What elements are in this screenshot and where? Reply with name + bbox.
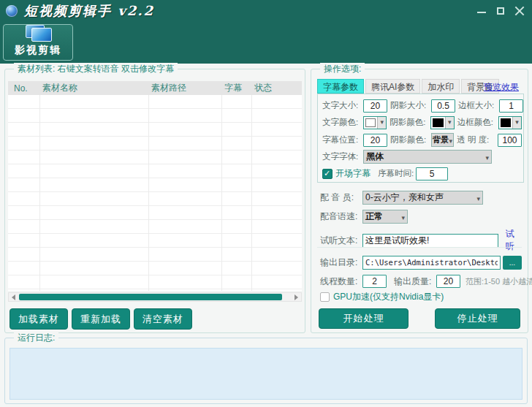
- font-dropdown[interactable]: 黑体: [363, 150, 492, 164]
- font-row: 文字字体: 黑体: [322, 150, 522, 164]
- chevron-down-icon: [377, 117, 386, 129]
- separator: [317, 247, 522, 248]
- voice-speed-label: 配音语速:: [320, 210, 362, 223]
- voice-speed-dropdown[interactable]: 正常: [362, 210, 408, 224]
- font-value: 黑体: [366, 151, 384, 163]
- titlebar: 短视频剪辑手 v2.2: [0, 0, 532, 22]
- material-table-body[interactable]: [8, 95, 302, 291]
- gpu-label: GPU加速(仅支持Nvidia显卡): [333, 291, 444, 303]
- threads-quality-row: 线程数量: 输出质量: 范围:1-50 越小越清晰: [320, 275, 522, 288]
- toolbar-tab-video-edit[interactable]: 影视剪辑: [3, 24, 73, 61]
- column-no[interactable]: No.: [8, 83, 39, 94]
- shadow-size-input[interactable]: [431, 99, 455, 113]
- border-size-input[interactable]: [499, 99, 523, 113]
- options-tabs: 字幕参数 腾讯AI参数 加水印 背景音: [317, 79, 501, 94]
- chevron-down-icon: [512, 117, 521, 129]
- material-panel: 素材列表: 右键文案转语音 双击修改字幕 No. 素材名称 素材路径 字幕 状态…: [4, 69, 305, 333]
- size-row: 文字大小: 阴影大小: 边框大小:: [322, 99, 522, 113]
- scroll-right-icon[interactable]: [294, 294, 298, 300]
- log-panel-legend: 运行日志:: [14, 332, 58, 344]
- scrollbar-thumb[interactable]: [19, 294, 282, 300]
- voice-actor-row: 配 音 员: 0-云小宁，亲和女声: [320, 191, 522, 205]
- text-size-label: 文字大小:: [322, 100, 363, 111]
- voice-actor-dropdown[interactable]: 0-云小宁，亲和女声: [362, 191, 483, 205]
- maximize-icon[interactable]: [495, 6, 506, 16]
- threads-label: 线程数量:: [320, 275, 362, 288]
- chevron-down-icon: [401, 212, 405, 222]
- voice-speed-row: 配音语速: 正常: [320, 210, 522, 224]
- app-title: 短视频剪辑手 v2.2: [24, 2, 154, 20]
- app-window: 短视频剪辑手 v2.2 影视剪辑 素材列表: 右键文案转语音 双击修改字幕 No…: [0, 0, 532, 407]
- stop-processing-button[interactable]: 停止处理: [435, 308, 520, 329]
- chevron-down-icon: [476, 193, 480, 203]
- column-status[interactable]: 状态: [251, 82, 302, 94]
- column-material-path[interactable]: 素材路径: [148, 82, 221, 94]
- voice-actor-value: 0-云小宁，亲和女声: [365, 191, 444, 204]
- black-swatch: [433, 118, 443, 127]
- close-icon[interactable]: [514, 6, 525, 16]
- background-mode-dropdown[interactable]: 背景: [431, 133, 454, 147]
- options-panel: 操作选项: 字幕参数 腾讯AI参数 加水印 背景音 预览效果 文字大小: 阴影大…: [311, 69, 528, 333]
- shadow-color-dropdown[interactable]: [430, 116, 454, 129]
- output-dir-input[interactable]: [362, 256, 501, 270]
- subtitle-position-input[interactable]: [363, 134, 387, 147]
- minimize-icon[interactable]: [476, 6, 487, 16]
- reload-material-button[interactable]: 重新加载: [72, 308, 130, 330]
- chevron-down-icon: [485, 152, 489, 162]
- run-log-textarea[interactable]: [10, 348, 522, 400]
- opening-subtitle-checkbox[interactable]: [322, 169, 332, 179]
- chevron-down-icon: [449, 136, 452, 145]
- browse-button[interactable]: ...: [503, 256, 522, 270]
- test-text-row: 试听文本: 试听: [320, 228, 522, 253]
- quality-input[interactable]: [436, 275, 460, 288]
- opening-subtitle-row: 开场字幕 序幕时间:: [322, 167, 522, 180]
- column-divider: [221, 95, 222, 291]
- subtitle-position-label: 字幕位置:: [322, 134, 363, 145]
- color-row: 文字颜色: 阴影颜色: 边框颜色:: [322, 115, 522, 129]
- gpu-checkbox[interactable]: [320, 292, 330, 302]
- black-swatch: [501, 118, 511, 127]
- position-row: 字幕位置: 阴影颜色: 背景 透 明 度:: [322, 133, 522, 147]
- text-color-dropdown[interactable]: [363, 116, 387, 129]
- shadow-size-label: 阴影大小:: [390, 100, 431, 111]
- opacity-input[interactable]: [498, 134, 522, 147]
- voice-speed-value: 正常: [365, 210, 383, 223]
- app-icon: [6, 5, 18, 17]
- scroll-left-icon[interactable]: [12, 294, 15, 300]
- test-text-input[interactable]: [362, 234, 498, 248]
- start-processing-button[interactable]: 开始处理: [319, 308, 408, 329]
- tab-watermark[interactable]: 加水印: [422, 79, 460, 94]
- background-mode-value: 背景: [433, 134, 449, 145]
- opening-time-input[interactable]: [416, 167, 448, 180]
- header: 短视频剪辑手 v2.2 影视剪辑: [0, 0, 532, 64]
- column-subtitle[interactable]: 字幕: [221, 82, 251, 94]
- monitor-icon: [25, 25, 51, 42]
- test-text-label: 试听文本:: [320, 235, 362, 247]
- test-listen-link[interactable]: 试听: [505, 228, 522, 253]
- column-material-name[interactable]: 素材名称: [39, 82, 148, 94]
- font-label: 文字字体:: [322, 151, 363, 162]
- column-divider: [39, 95, 40, 291]
- preview-effect-link[interactable]: 预览效果: [484, 81, 519, 94]
- column-divider: [148, 95, 149, 291]
- border-color-dropdown[interactable]: [498, 116, 522, 129]
- options-panel-legend: 操作选项:: [320, 63, 365, 75]
- clear-material-button[interactable]: 清空素材: [134, 308, 192, 330]
- text-color-label: 文字颜色:: [322, 117, 363, 128]
- shadow-color-label: 阴影颜色:: [390, 117, 430, 128]
- white-swatch: [365, 118, 376, 127]
- tab-tencent-ai-params[interactable]: 腾讯AI参数: [365, 79, 420, 94]
- horizontal-scrollbar[interactable]: [8, 292, 302, 302]
- output-dir-row: 输出目录: ...: [320, 256, 522, 270]
- gpu-row: GPU加速(仅支持Nvidia显卡): [320, 291, 522, 303]
- threads-input[interactable]: [362, 275, 387, 288]
- quality-label: 输出质量:: [394, 275, 436, 288]
- load-material-button[interactable]: 加载素材: [10, 308, 68, 330]
- opacity-label: 透 明 度:: [457, 134, 498, 145]
- text-size-input[interactable]: [363, 99, 387, 113]
- chevron-down-icon: [445, 117, 454, 129]
- tab-subtitle-params[interactable]: 字幕参数: [317, 79, 364, 94]
- subtitle-params-box: 文字大小: 阴影大小: 边框大小: 文字颜色: 阴影颜色: 边框颜色: 字幕位置…: [317, 94, 524, 183]
- voice-actor-label: 配 音 员:: [320, 191, 362, 204]
- output-dir-label: 输出目录:: [320, 256, 362, 269]
